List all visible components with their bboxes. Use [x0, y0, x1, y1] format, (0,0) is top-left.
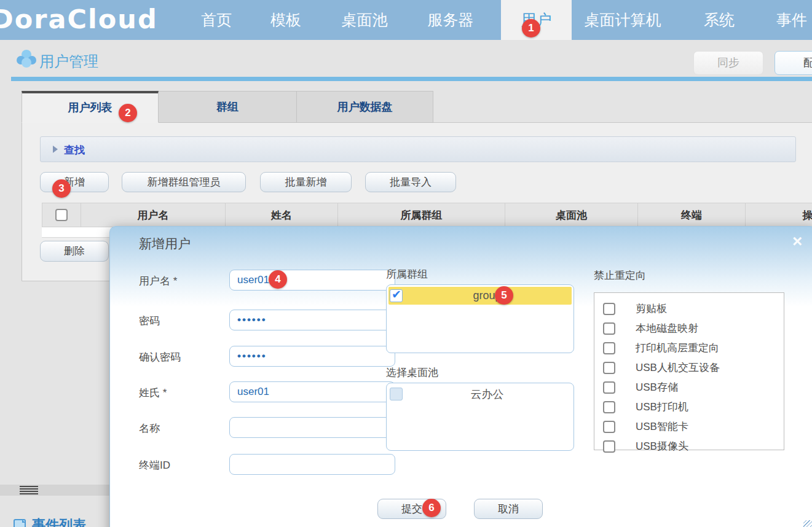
group-listbox: group — [386, 284, 574, 353]
sync-button[interactable]: 同步 — [693, 51, 763, 75]
clipboard-label: 剪贴板 — [636, 302, 667, 316]
resize-grip-icon[interactable] — [803, 520, 812, 527]
batch-import-button[interactable]: 批量导入 — [365, 172, 456, 192]
group-item-label: group — [403, 289, 572, 302]
add-user-dialog: 新增用户 × 用户名 * 密码 确认密码 姓氏 * 名称 终端ID 所属群组 — [109, 226, 812, 527]
app-window: DoraCloud 首页 模板 桌面池 服务器 用户 桌面计算机 系统 事件 用… — [0, 0, 812, 527]
nav-item-desktop-computers[interactable]: 桌面计算机 — [570, 0, 676, 40]
search-panel[interactable]: 查找 — [40, 136, 796, 162]
terminal-id-field[interactable] — [229, 454, 395, 475]
usb-hid-label: USB人机交互设备 — [636, 361, 720, 375]
usb-storage-checkbox[interactable] — [603, 381, 615, 394]
password-field[interactable] — [229, 310, 395, 330]
top-nav: DoraCloud 首页 模板 桌面池 服务器 用户 桌面计算机 系统 事件 — [0, 0, 812, 40]
tab-user-data-disk[interactable]: 用户数据盘 — [296, 91, 433, 123]
search-panel-label: 查找 — [64, 143, 85, 157]
col-username[interactable]: 用户名 — [81, 203, 226, 227]
list-item-redirect[interactable]: 本地磁盘映射 — [594, 319, 784, 337]
add-user-button[interactable]: 新增 — [40, 172, 109, 192]
nav-item-desktop-pool[interactable]: 桌面池 — [333, 0, 396, 40]
usb-storage-label: USB存储 — [636, 380, 678, 394]
add-group-admin-button[interactable]: 新增群组管理员 — [122, 172, 246, 192]
nav-item-servers[interactable]: 服务器 — [419, 0, 483, 40]
nav-item-system[interactable]: 系统 — [697, 0, 741, 40]
lastname-label: 姓氏 * — [139, 386, 167, 400]
event-list-icon — [14, 519, 28, 527]
printer-redirect-label: 打印机高层重定向 — [636, 341, 719, 355]
logo: DoraCloud — [0, 4, 158, 34]
firstname-row: 名称 — [139, 417, 397, 438]
list-item-redirect[interactable]: USB智能卡 — [594, 418, 784, 435]
select-all-cell — [42, 203, 81, 227]
usb-smartcard-checkbox[interactable] — [603, 421, 615, 433]
list-item-redirect[interactable]: USB人机交互设备 — [594, 359, 784, 377]
cancel-button[interactable]: 取消 — [474, 499, 543, 519]
group-section-label: 所属群组 — [386, 267, 428, 281]
username-field[interactable] — [229, 270, 395, 291]
list-item-pool[interactable]: 云办公 — [388, 385, 572, 403]
confirm-password-row: 确认密码 — [139, 346, 397, 367]
config-button[interactable]: 配置 — [775, 51, 812, 75]
annotation-badge-6: 6 — [422, 499, 441, 517]
pool-checkbox[interactable] — [390, 388, 403, 400]
nav-item-home[interactable]: 首页 — [194, 0, 238, 40]
event-list-label: 事件列表 — [32, 516, 86, 527]
confirm-password-label: 确认密码 — [139, 350, 181, 364]
username-label: 用户名 * — [139, 274, 177, 288]
page-title: 用户管理 — [39, 52, 98, 71]
delete-button[interactable]: 删除 — [40, 241, 109, 262]
header-divider — [11, 77, 812, 81]
list-item-redirect[interactable]: 剪贴板 — [594, 300, 784, 318]
confirm-password-field[interactable] — [229, 346, 395, 367]
list-item-redirect[interactable]: USB存储 — [594, 378, 784, 396]
firstname-field[interactable] — [229, 417, 395, 438]
usb-printer-label: USB打印机 — [636, 400, 688, 414]
usb-camera-checkbox[interactable] — [603, 440, 615, 453]
annotation-badge-4: 4 — [269, 270, 287, 289]
username-row: 用户名 * — [139, 270, 397, 291]
col-terminal[interactable]: 终端 — [638, 203, 746, 227]
batch-add-button[interactable]: 批量新增 — [260, 172, 352, 192]
pool-listbox: 云办公 — [386, 383, 574, 451]
lastname-row: 姓氏 * — [139, 381, 397, 402]
user-table-header: 用户名 姓名 所属群组 桌面池 终端 操作 — [42, 203, 812, 227]
usb-hid-checkbox[interactable] — [603, 362, 615, 374]
event-list-section[interactable]: 事件列表 — [14, 516, 86, 527]
col-group[interactable]: 所属群组 — [338, 203, 505, 227]
col-actions[interactable]: 操作 — [746, 203, 812, 227]
list-item-redirect[interactable]: USB摄像头 — [594, 437, 784, 455]
annotation-badge-5: 5 — [495, 286, 513, 305]
list-item-redirect[interactable]: USB打印机 — [594, 398, 784, 416]
pool-section-label: 选择桌面池 — [386, 365, 438, 380]
collapse-arrow-icon — [53, 146, 58, 153]
local-disk-label: 本地磁盘映射 — [636, 321, 698, 335]
dialog-title: 新增用户 — [139, 235, 191, 252]
list-item-group[interactable]: group — [388, 287, 572, 305]
password-label: 密码 — [139, 314, 160, 328]
lastname-field[interactable] — [229, 381, 395, 402]
local-disk-checkbox[interactable] — [603, 322, 615, 335]
clipboard-checkbox[interactable] — [603, 303, 615, 315]
nav-item-templates[interactable]: 模板 — [264, 0, 308, 40]
close-icon[interactable]: × — [792, 232, 802, 251]
annotation-badge-3: 3 — [52, 179, 71, 198]
annotation-badge-2: 2 — [119, 104, 137, 122]
tab-groups[interactable]: 群组 — [158, 91, 297, 123]
tab-user-list[interactable]: 用户列表 — [22, 91, 159, 123]
group-checkbox[interactable] — [390, 289, 403, 302]
terminal-id-row: 终端ID — [139, 454, 397, 475]
col-desktop-pool[interactable]: 桌面池 — [505, 203, 638, 227]
firstname-label: 名称 — [139, 421, 160, 435]
redirect-listbox: 剪贴板 本地磁盘映射 打印机高层重定向 USB人机交互设备 USB存储 USB打… — [594, 292, 784, 450]
list-item-redirect[interactable]: 打印机高层重定向 — [594, 339, 784, 357]
password-row: 密码 — [139, 310, 397, 330]
select-all-checkbox[interactable] — [55, 209, 68, 221]
nav-item-events[interactable]: 事件 — [770, 0, 812, 40]
splitter-handle-icon[interactable] — [20, 486, 38, 496]
printer-redirect-checkbox[interactable] — [603, 342, 615, 354]
terminal-id-label: 终端ID — [139, 458, 170, 472]
usb-camera-label: USB摄像头 — [636, 439, 688, 453]
pool-item-label: 云办公 — [403, 387, 572, 402]
col-name[interactable]: 姓名 — [226, 203, 338, 227]
usb-printer-checkbox[interactable] — [603, 401, 615, 413]
